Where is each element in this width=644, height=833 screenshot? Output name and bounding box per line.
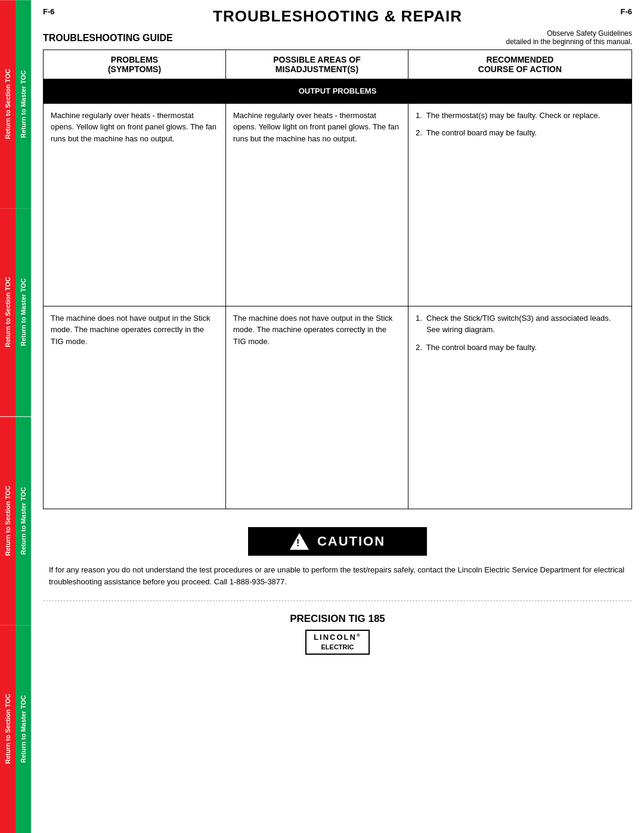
main-content: F-6 TROUBLESHOOTING & REPAIR F-6 TROUBLE… xyxy=(31,0,644,667)
caution-text: If for any reason you do not understand … xyxy=(49,564,626,589)
caution-label: CAUTION xyxy=(317,534,385,549)
action-list-2: 1. Check the Stick/TIG switch(S3) and as… xyxy=(416,312,624,354)
col-header-problems: PROBLEMS(SYMPTOMS) xyxy=(44,50,226,79)
page-header: F-6 TROUBLESHOOTING & REPAIR F-6 xyxy=(43,7,632,26)
sidebar-tab-section-toc-3[interactable]: Return to Section TOC xyxy=(0,417,16,625)
caution-triangle-icon xyxy=(290,533,309,550)
possible-1: Machine regularly over heats - thermosta… xyxy=(225,103,408,306)
action-1: 1. The thermostat(s) may be faulty. Chec… xyxy=(408,103,631,306)
section-title: TROUBLESHOOTING GUIDE xyxy=(43,33,173,44)
lincoln-logo: LINCOLN® ELECTRIC xyxy=(305,630,370,655)
action-2: 1. Check the Stick/TIG switch(S3) and as… xyxy=(408,306,631,509)
possible-2: The machine does not have output in the … xyxy=(225,306,408,509)
sidebar-tab-section-toc-4[interactable]: Return to Section TOC xyxy=(0,625,16,833)
sidebar-tab-master-toc-1[interactable]: Return to Master TOC xyxy=(16,0,31,208)
col-header-possible: POSSIBLE AREAS OFMISADJUSTMENT(S) xyxy=(225,50,408,79)
footer-title: PRECISION TIG 185 xyxy=(43,613,632,625)
action-item: 1. Check the Stick/TIG switch(S3) and as… xyxy=(416,312,624,336)
page-title: TROUBLESHOOTING & REPAIR xyxy=(55,7,621,26)
sidebar-tab-master-toc-4[interactable]: Return to Master TOC xyxy=(16,625,31,833)
page-number-right: F-6 xyxy=(621,7,633,16)
page-footer: PRECISION TIG 185 LINCOLN® ELECTRIC xyxy=(43,613,632,655)
action-item: 1. The thermostat(s) may be faulty. Chec… xyxy=(416,110,624,122)
problem-2: The machine does not have output in the … xyxy=(44,306,226,509)
sidebar-tab-section-toc-1[interactable]: Return to Section TOC xyxy=(0,0,16,208)
page-number-left: F-6 xyxy=(43,7,55,16)
caution-section: CAUTION If for any reason you do not und… xyxy=(43,527,632,589)
sidebar-tab-master-toc-3[interactable]: Return to Master TOC xyxy=(16,417,31,625)
lincoln-sub: ELECTRIC xyxy=(314,643,361,651)
table-row: The machine does not have output in the … xyxy=(44,306,632,509)
safety-notice: Observe Safety Guidelines detailed in th… xyxy=(506,29,632,46)
action-list-1: 1. The thermostat(s) may be faulty. Chec… xyxy=(416,110,624,139)
output-problems-header: OUTPUT PROBLEMS xyxy=(44,79,632,104)
col-header-recommended: RECOMMENDEDCOURSE OF ACTION xyxy=(408,50,631,79)
table-row: Machine regularly over heats - thermosta… xyxy=(44,103,632,306)
divider xyxy=(43,600,632,601)
action-item: 2. The control board may be faulty. xyxy=(416,342,624,354)
section-header-row: TROUBLESHOOTING GUIDE Observe Safety Gui… xyxy=(43,29,632,46)
lincoln-brand: LINCOLN® xyxy=(314,633,361,643)
sidebar-tab-master-toc-2[interactable]: Return to Master TOC xyxy=(16,208,31,416)
sidebar: Return to Section TOC Return to Master T… xyxy=(0,0,31,833)
problem-1: Machine regularly over heats - thermosta… xyxy=(44,103,226,306)
caution-box: CAUTION xyxy=(248,527,427,556)
action-item: 2. The control board may be faulty. xyxy=(416,127,624,139)
sidebar-tab-section-toc-2[interactable]: Return to Section TOC xyxy=(0,208,16,416)
troubleshooting-table: PROBLEMS(SYMPTOMS) POSSIBLE AREAS OFMISA… xyxy=(43,49,632,509)
